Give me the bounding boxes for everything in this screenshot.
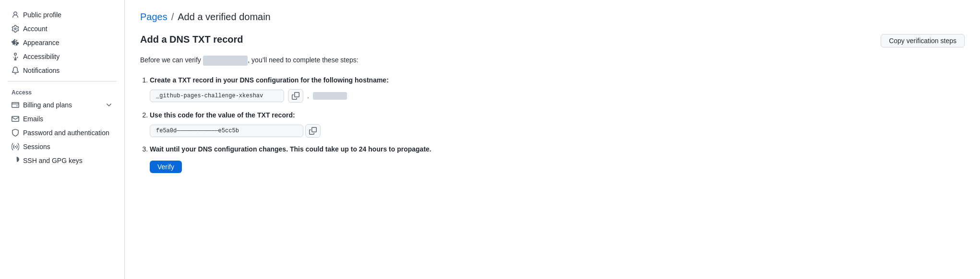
description-suffix: , you’ll need to complete these steps: [248,56,358,64]
sidebar-item-billing[interactable]: Billing and plans [4,98,120,112]
step-1-label: Create a TXT record in your DNS configur… [150,75,965,85]
breadcrumb-pages-link[interactable]: Pages [140,12,167,23]
sidebar-item-password[interactable]: Password and authentication [4,126,120,140]
section-title: Add a DNS TXT record [140,34,243,45]
code-value-input[interactable] [150,125,303,137]
copy-hostname-button[interactable] [288,89,303,103]
sidebar-access-section: Access [0,85,124,98]
domain-dot: . [307,92,309,100]
shield-icon [12,129,19,137]
breadcrumb-separator: / [171,12,174,23]
sidebar-item-accessibility[interactable]: Accessibility [4,50,120,63]
sidebar-item-public-profile[interactable]: Public profile [4,8,120,22]
verify-button[interactable]: Verify [150,161,182,173]
sidebar-item-account[interactable]: Account [4,22,120,35]
credit-card-icon [12,101,19,109]
domain-suffix-blurred: kbd.watch [313,92,347,100]
sidebar-label-ssh-gpg: SSH and GPG keys [23,157,83,164]
sidebar-item-notifications[interactable]: Notifications [4,64,120,77]
accessibility-icon [12,53,19,60]
sidebar-label-public-profile: Public profile [23,11,61,19]
sidebar-item-sessions[interactable]: Sessions [4,140,120,153]
sidebar-label-emails: Emails [23,115,43,123]
copy-code-button[interactable] [305,124,321,138]
copy-verification-steps-button[interactable]: Copy verification steps [881,34,965,47]
description-text: Before we can verify kbc————h, you’ll ne… [140,55,965,66]
step-3-text: Wait until your DNS configuration change… [150,145,965,153]
sidebar-item-ssh-gpg[interactable]: SSH and GPG keys [4,154,120,167]
step-2: Use this code for the value of the TXT r… [150,110,965,138]
main-content: Pages / Add a verified domain Add a DNS … [125,0,980,279]
mail-icon [12,115,19,123]
bell-icon [12,67,19,74]
step-1: Create a TXT record in your DNS configur… [150,75,965,103]
sidebar: Public profile Account Appearance Access… [0,0,125,279]
sidebar-label-accessibility: Accessibility [23,53,60,60]
sidebar-item-emails[interactable]: Emails [4,112,120,126]
gear-icon [12,25,19,33]
section-header-row: Add a DNS TXT record Copy verification s… [140,34,965,47]
hostname-input[interactable] [150,90,284,102]
person-icon [12,11,19,19]
sidebar-label-account: Account [23,25,48,33]
sidebar-label-billing: Billing and plans [23,101,72,109]
key-icon [12,157,19,164]
paintbrush-icon [12,39,19,46]
breadcrumb-current: Add a verified domain [178,12,270,23]
code-value-row [150,124,965,138]
sidebar-divider [8,81,117,81]
sidebar-billing-left: Billing and plans [12,101,72,109]
step-3: Wait until your DNS configuration change… [150,145,965,173]
sidebar-label-password: Password and authentication [23,129,109,137]
hostname-row: .kbd.watch [150,89,965,103]
chevron-down-icon [105,101,113,109]
sidebar-label-appearance: Appearance [23,39,60,46]
sidebar-item-appearance[interactable]: Appearance [4,36,120,49]
steps-list: Create a TXT record in your DNS configur… [140,75,965,173]
broadcast-icon [12,143,19,151]
breadcrumb: Pages / Add a verified domain [140,12,965,23]
sidebar-label-sessions: Sessions [23,143,50,151]
sidebar-label-notifications: Notifications [23,67,60,74]
description-prefix: Before we can verify [140,56,203,64]
step-2-label: Use this code for the value of the TXT r… [150,110,965,120]
domain-name-blurred: kbc————h [203,56,248,66]
